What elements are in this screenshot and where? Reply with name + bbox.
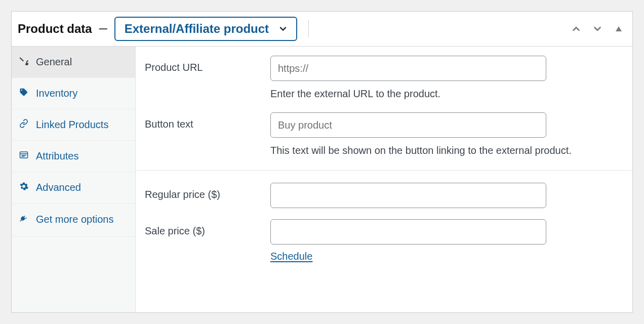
panel-header: Product data — External/Affiliate produc… [12,12,632,47]
plug-icon [19,214,29,227]
product-url-input[interactable] [270,56,546,81]
button-text-label: Button text [145,112,270,130]
regular-price-label: Regular price ($) [145,183,270,200]
tab-label: Linked Products [36,118,108,131]
panel-title: Product data [18,22,92,36]
schedule-link-row: Schedule [270,247,621,262]
title-dash: — [99,24,107,33]
schedule-link[interactable]: Schedule [270,251,312,262]
tab-linked-products[interactable]: Linked Products [12,109,135,141]
product-type-label: External/Affiliate product [125,22,269,36]
regular-price-input[interactable] [270,183,546,208]
product-url-help: Enter the external URL to the product. [270,83,594,101]
chevron-up-icon [571,23,582,34]
tab-inventory[interactable]: Inventory [12,78,135,109]
field-product-url: Product URL [145,56,621,81]
panel-move-up[interactable] [571,23,582,34]
tab-get-more-options[interactable]: Get more options [12,204,135,237]
product-url-label: Product URL [145,56,270,73]
field-sale-price: Sale price ($) [145,219,621,245]
product-type-select[interactable]: External/Affiliate product [114,17,297,41]
tab-advanced[interactable]: Advanced [12,172,135,204]
tab-label: General [36,56,72,68]
field-regular-price: Regular price ($) [145,183,621,208]
settings-tabs: General Inventory Linked Products Attrib… [12,47,136,312]
tab-label: Advanced [36,181,81,194]
sale-price-label: Sale price ($) [145,219,270,237]
link-icon [19,118,29,131]
chevron-down-icon [278,24,288,34]
pricing-group: Regular price ($) Sale price ($) Schedul… [136,171,632,274]
triangle-up-icon [615,25,623,33]
general-tab-form: Product URL Enter the external URL to th… [136,47,632,312]
sale-price-input[interactable] [270,219,546,245]
tab-label: Get more options [36,213,113,226]
product-data-panel: Product data — External/Affiliate produc… [11,11,633,313]
tab-label: Inventory [36,87,77,100]
list-icon [19,150,29,163]
panel-move-down[interactable] [592,23,603,34]
external-product-group: Product URL Enter the external URL to th… [136,47,632,170]
tab-general[interactable]: General [12,47,135,78]
svg-marker-0 [616,26,622,31]
button-text-help: This text will be shown on the button li… [270,140,594,158]
wrench-icon [19,56,29,68]
tab-label: Attributes [36,150,78,163]
field-button-text: Button text [145,112,621,138]
tab-attributes[interactable]: Attributes [12,141,135,172]
panel-collapse[interactable] [613,23,624,34]
header-divider [308,20,309,37]
tag-icon [19,87,29,100]
chevron-down-icon [592,23,603,34]
panel-body: General Inventory Linked Products Attrib… [12,47,632,312]
panel-toggles [571,23,624,34]
gear-icon [19,181,29,194]
button-text-input[interactable] [270,112,546,138]
